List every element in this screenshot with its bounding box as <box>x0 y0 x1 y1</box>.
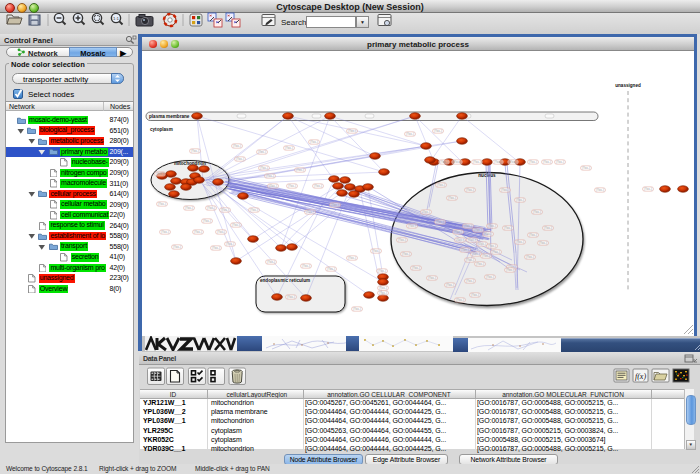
svg-text:(Yxx..): (Yxx..) <box>488 224 496 228</box>
svg-text:(Yxx..): (Yxx..) <box>516 240 524 244</box>
svg-text:(Yxx..): (Yxx..) <box>327 267 335 271</box>
svg-text:(Yxx..): (Yxx..) <box>331 203 339 207</box>
svg-text:(Yxx..): (Yxx..) <box>468 238 476 242</box>
svg-text:(Yxx..): (Yxx..) <box>476 262 484 266</box>
svg-text:1:1: 1:1 <box>113 16 120 21</box>
svg-text:(Yxx..): (Yxx..) <box>173 245 181 249</box>
svg-text:(Yxx..): (Yxx..) <box>379 291 387 295</box>
svg-text:(Yxx..): (Yxx..) <box>372 249 380 253</box>
svg-text:(Yxx..): (Yxx..) <box>556 160 564 164</box>
svg-text:(Yxx..): (Yxx..) <box>412 266 420 270</box>
svg-text:(Yxx..): (Yxx..) <box>266 174 274 178</box>
svg-text:(Yxx..): (Yxx..) <box>501 188 509 192</box>
svg-text:(Yxx..): (Yxx..) <box>398 238 406 242</box>
svg-text:(Yxx..): (Yxx..) <box>488 244 496 248</box>
svg-text:(Yxx..): (Yxx..) <box>287 295 295 299</box>
svg-text:(Yxx..): (Yxx..) <box>440 160 448 164</box>
svg-text:(Yxx..): (Yxx..) <box>456 298 464 302</box>
svg-text:(Yxx..): (Yxx..) <box>185 206 193 210</box>
svg-text:(Yxx..): (Yxx..) <box>484 232 492 236</box>
svg-text:(Yxx..): (Yxx..) <box>464 224 472 228</box>
svg-text:(Yxx..): (Yxx..) <box>516 198 524 202</box>
svg-text:unassigned: unassigned <box>615 83 641 88</box>
svg-text:(Yxx..): (Yxx..) <box>288 184 296 188</box>
svg-text:(Yxx..): (Yxx..) <box>158 202 166 206</box>
svg-text:(Yxx..): (Yxx..) <box>428 276 436 280</box>
svg-text:(Yxx..): (Yxx..) <box>582 166 590 170</box>
svg-text:(Yxx..): (Yxx..) <box>348 129 356 133</box>
svg-text:(Yxx..): (Yxx..) <box>353 307 361 311</box>
svg-text:(Yxx..): (Yxx..) <box>461 248 469 252</box>
svg-text:(Yxx..): (Yxx..) <box>437 183 445 187</box>
svg-text:(Yxx..): (Yxx..) <box>506 268 514 272</box>
svg-text:(Yxx..): (Yxx..) <box>250 208 258 212</box>
svg-text:(Yxx..): (Yxx..) <box>456 238 464 242</box>
svg-text:(Yxx..): (Yxx..) <box>161 230 169 234</box>
svg-text:plasma membrane: plasma membrane <box>149 114 190 119</box>
svg-text:(Yxx..): (Yxx..) <box>471 293 479 297</box>
svg-text:(Yxx..): (Yxx..) <box>221 208 229 212</box>
svg-text:(Yxx..): (Yxx..) <box>269 184 277 188</box>
svg-text:(Yxx..): (Yxx..) <box>203 219 211 223</box>
svg-text:(Yxx..): (Yxx..) <box>207 206 215 210</box>
svg-text:(Yxx..): (Yxx..) <box>494 160 502 164</box>
svg-text:(Yxx..): (Yxx..) <box>379 286 387 290</box>
svg-text:(Yxx..): (Yxx..) <box>526 255 534 259</box>
svg-text:(Yxx..): (Yxx..) <box>446 283 454 287</box>
svg-text:(Yxx..): (Yxx..) <box>285 146 293 150</box>
svg-text:(Yxx..): (Yxx..) <box>448 196 456 200</box>
svg-text:(Yxx..): (Yxx..) <box>434 129 442 133</box>
svg-text:(Yxx..): (Yxx..) <box>194 230 202 234</box>
svg-text:(Yxx..): (Yxx..) <box>217 230 225 234</box>
svg-text:(Yxx..): (Yxx..) <box>232 223 240 227</box>
svg-text:(Yxx..): (Yxx..) <box>473 160 481 164</box>
svg-text:(Yxx..): (Yxx..) <box>296 168 304 172</box>
svg-text:(Yxx..): (Yxx..) <box>258 150 266 154</box>
svg-text:(Yxx..): (Yxx..) <box>539 241 547 245</box>
svg-text:(Yxx..): (Yxx..) <box>644 187 652 191</box>
svg-text:f(x): f(x) <box>635 372 646 381</box>
svg-text:(Yxx..): (Yxx..) <box>466 258 474 262</box>
svg-text:(Yxx..): (Yxx..) <box>486 275 494 279</box>
svg-text:(Yxx..): (Yxx..) <box>314 184 322 188</box>
svg-text:(Yxx..): (Yxx..) <box>436 220 444 224</box>
svg-text:cytoplasm: cytoplasm <box>150 127 173 132</box>
svg-text:(Yxx..): (Yxx..) <box>504 226 512 230</box>
svg-text:(Yxx..): (Yxx..) <box>466 188 474 192</box>
svg-text:(Yxx..): (Yxx..) <box>454 230 462 234</box>
svg-text:(Yxx..): (Yxx..) <box>156 172 164 176</box>
svg-text:(Yxx..): (Yxx..) <box>533 210 541 214</box>
svg-text:(Yxx..): (Yxx..) <box>306 210 314 214</box>
svg-text:(Yxx..): (Yxx..) <box>478 242 486 246</box>
svg-text:(Yxx..): (Yxx..) <box>408 224 416 228</box>
svg-text:(Yxx..): (Yxx..) <box>492 250 500 254</box>
svg-text:(Yxx..): (Yxx..) <box>233 144 241 148</box>
svg-text:(Yxx..): (Yxx..) <box>453 160 461 164</box>
svg-text:(Yxx..): (Yxx..) <box>302 264 310 268</box>
svg-text:(Yxx..): (Yxx..) <box>472 252 480 256</box>
svg-text:(Yxx..): (Yxx..) <box>509 160 517 164</box>
svg-text:(Yxx..): (Yxx..) <box>466 279 474 283</box>
svg-text:(Yxx..): (Yxx..) <box>544 226 552 230</box>
svg-text:(Yxx..): (Yxx..) <box>596 188 604 192</box>
svg-text:(Yxx..): (Yxx..) <box>191 149 199 153</box>
svg-text:(Yxx..): (Yxx..) <box>236 157 244 161</box>
svg-text:(Yxx..): (Yxx..) <box>482 254 490 258</box>
svg-text:(Yxx..): (Yxx..) <box>378 269 386 273</box>
svg-text:(Yxx..): (Yxx..) <box>212 246 220 250</box>
svg-text:(Yxx..): (Yxx..) <box>543 160 551 164</box>
svg-text:nucleus: nucleus <box>478 173 496 178</box>
svg-text:(Yxx..): (Yxx..) <box>406 132 414 136</box>
svg-text:(Yxx..): (Yxx..) <box>402 252 410 256</box>
svg-text:(Yxx..): (Yxx..) <box>474 228 482 232</box>
svg-text:(Yxx..): (Yxx..) <box>260 166 268 170</box>
svg-text:(Yxx..): (Yxx..) <box>422 210 430 214</box>
svg-text:(Yxx..): (Yxx..) <box>267 260 275 264</box>
svg-text:(Yxx..): (Yxx..) <box>348 256 356 260</box>
svg-text:(Yxx..): (Yxx..) <box>529 233 537 237</box>
svg-text:(Yxx..): (Yxx..) <box>529 160 537 164</box>
svg-text:(Yxx..): (Yxx..) <box>226 242 234 246</box>
svg-text:(Yxx..): (Yxx..) <box>310 140 318 144</box>
